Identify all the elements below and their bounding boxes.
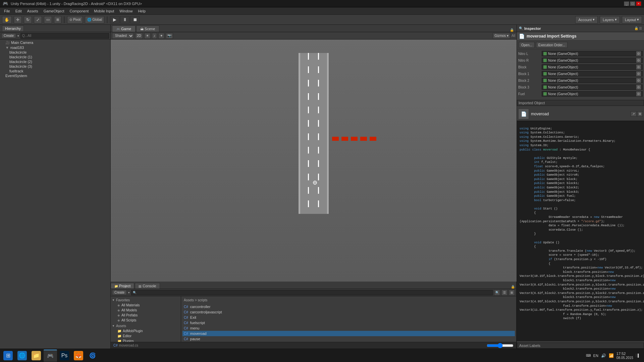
code-view[interactable]: using UnityEngine; using System.Collecti… xyxy=(517,121,644,341)
project-search-input[interactable] xyxy=(137,291,491,294)
scene-camera-button[interactable]: 📷 xyxy=(166,33,173,39)
unity-logo-icon: 🎮 xyxy=(3,1,8,6)
menu-mobileinput[interactable]: Mobile Input xyxy=(91,8,117,14)
imported-object-settings-btn[interactable]: ⚙ xyxy=(637,111,643,117)
global-button[interactable]: 🌐 Global xyxy=(85,16,104,23)
maximize-button[interactable]: □ xyxy=(630,1,635,6)
script-carcontroller[interactable]: C# carcontroller xyxy=(182,304,515,309)
taskbar-chrome[interactable]: 🌀 xyxy=(86,350,99,362)
open-button[interactable]: Open... xyxy=(519,42,535,48)
lights-toggle-button[interactable]: ☀ xyxy=(144,33,151,39)
tool-rect[interactable]: ▭ xyxy=(44,16,52,23)
fuel-picker[interactable]: ⊙ xyxy=(636,92,641,96)
block1-value[interactable]: None (GameObject) ⊙ xyxy=(542,71,643,76)
menu-window[interactable]: Window xyxy=(117,8,135,14)
tool-hand[interactable]: ✋ xyxy=(2,16,12,23)
layers-button[interactable]: Layers ▾ xyxy=(600,16,620,23)
assets-tree-admobplugin[interactable]: 📁 AdMobPlugin xyxy=(111,328,181,334)
taskbar-ie[interactable]: 🌐 xyxy=(15,350,29,362)
nitro-l-value[interactable]: None (GameObject) ⊙ xyxy=(542,51,643,56)
hierarchy-item-blackcircle1[interactable]: blackcircle (1) xyxy=(0,55,110,59)
tool-scale[interactable]: ⤢ xyxy=(34,16,42,23)
nitro-l-picker[interactable]: ⊙ xyxy=(636,51,641,56)
block3-value[interactable]: None (GameObject) ⊙ xyxy=(542,84,643,90)
tab-game[interactable]: 🎮 Game xyxy=(112,25,136,32)
project-create-button[interactable]: Create xyxy=(112,290,127,295)
fuel-item-2 xyxy=(341,137,348,141)
project-filter-btn[interactable]: ☰ xyxy=(501,290,507,296)
shading-mode-select[interactable]: Shaded xyxy=(112,33,134,39)
hierarchy-tab[interactable]: Hierarchy xyxy=(2,25,24,31)
cs-icon-fuelscript: C# xyxy=(184,321,188,325)
taskbar-unity[interactable]: 🎮 xyxy=(44,350,57,362)
taskbar-browser[interactable]: 🦊 xyxy=(72,350,85,362)
menu-file[interactable]: File xyxy=(1,8,13,14)
project-view-btn[interactable]: ⊞ xyxy=(509,290,515,296)
assets-tree-plugins[interactable]: 📁 Plugins xyxy=(111,339,181,342)
effects-toggle-button[interactable]: ✦ xyxy=(158,33,164,39)
hierarchy-item-fueltrack[interactable]: fueltrack xyxy=(0,69,110,73)
block2-value[interactable]: None (GameObject) ⊙ xyxy=(542,78,643,83)
hierarchy-item-maincamera[interactable]: 🎥 Main Camera xyxy=(0,40,110,45)
script-pause[interactable]: C# pause xyxy=(182,336,515,342)
zoom-slider[interactable] xyxy=(487,343,514,348)
fav-all-models[interactable]: ◈ All Models xyxy=(111,308,181,313)
layout-button[interactable]: Layout ▾ xyxy=(622,16,642,23)
fav-all-prefabs[interactable]: ◈ All Prefabs xyxy=(111,313,181,318)
hierarchy-item-blackcircle[interactable]: blackcircle xyxy=(0,50,110,55)
block-value[interactable]: None (GameObject) ⊙ xyxy=(542,64,643,70)
fuel-value[interactable]: None (GameObject) ⊙ xyxy=(542,91,643,97)
assets-tree-editor[interactable]: 📁 Editor xyxy=(111,334,181,339)
2d-toggle-button[interactable]: 2D xyxy=(135,33,143,39)
script-moveroad[interactable]: C# moveroad xyxy=(182,331,515,336)
taskbar-files[interactable]: 📁 xyxy=(30,350,43,362)
script-menu[interactable]: C# menu xyxy=(182,325,515,331)
pause-button[interactable]: ⏸ xyxy=(120,16,129,23)
start-button[interactable]: ⊞ xyxy=(1,350,15,362)
script-exit[interactable]: C# Exit xyxy=(182,315,515,320)
tab-scene[interactable]: 🏔 Scene xyxy=(136,25,159,32)
show-desktop-icon[interactable]: ▌ xyxy=(636,354,640,357)
taskbar-ps[interactable]: Ps xyxy=(58,350,71,362)
script-carcontroljavascript[interactable]: C# carcontroljavascript xyxy=(182,309,515,315)
tab-project[interactable]: 📁 Project xyxy=(111,283,134,289)
block-picker[interactable]: ⊙ xyxy=(636,65,641,69)
hierarchy-item-eventsystem[interactable]: EventSystem xyxy=(0,73,110,78)
hierarchy-item-road183[interactable]: ▼road183 xyxy=(0,45,110,50)
close-button[interactable]: ✕ xyxy=(636,1,641,6)
minimize-button[interactable]: _ xyxy=(624,1,629,6)
hierarchy-item-blackcircle3[interactable]: blackcircle (3) xyxy=(0,64,110,69)
tool-rotate[interactable]: ↻ xyxy=(24,16,32,23)
assets-header[interactable]: ▼ Assets xyxy=(111,323,181,328)
hierarchy-search-input[interactable] xyxy=(20,33,109,39)
game-view[interactable] xyxy=(111,40,517,282)
script-fuelscript[interactable]: C# fuelscript xyxy=(182,320,515,325)
nitro-r-picker[interactable]: ⊙ xyxy=(636,58,641,63)
block2-picker[interactable]: ⊙ xyxy=(636,78,641,83)
imported-object-open-btn[interactable]: ↗ xyxy=(631,111,637,117)
hierarchy-create-button[interactable]: Create xyxy=(1,33,16,38)
tool-transform[interactable]: ⊞ xyxy=(54,16,61,23)
block3-picker[interactable]: ⊙ xyxy=(636,85,641,89)
favorites-header[interactable]: ▼ Favorites xyxy=(111,298,181,303)
nitro-r-value[interactable]: None (GameObject) ⊙ xyxy=(542,58,643,63)
menu-assets[interactable]: Assets xyxy=(24,8,41,14)
gizmos-button[interactable]: Gizmos ▾ xyxy=(493,33,510,39)
pivot-button[interactable]: ⊙ Pivot xyxy=(67,16,83,23)
menu-gameobject[interactable]: GameObject xyxy=(41,8,67,14)
tab-console[interactable]: ▤ Console xyxy=(135,283,160,289)
block1-picker[interactable]: ⊙ xyxy=(636,71,641,76)
menu-component[interactable]: Component xyxy=(67,8,91,14)
stop-button[interactable]: ⏹ xyxy=(130,16,140,23)
execution-order-button[interactable]: Execution Order... xyxy=(536,42,568,48)
play-button[interactable]: ▶ xyxy=(110,16,119,23)
menu-help[interactable]: Help xyxy=(135,8,148,14)
tool-move[interactable]: ✛ xyxy=(14,16,22,23)
project-search-btn[interactable]: 🔍 xyxy=(494,290,500,296)
fav-all-materials[interactable]: ◈ All Materials xyxy=(111,303,181,308)
fav-all-scripts[interactable]: ◈ All Scripts xyxy=(111,318,181,323)
account-button[interactable]: Account ▾ xyxy=(575,16,598,23)
menu-edit[interactable]: Edit xyxy=(13,8,24,14)
audio-toggle-button[interactable]: ♪ xyxy=(152,33,157,39)
hierarchy-item-blackcircle2[interactable]: blackcircle (2) xyxy=(0,59,110,64)
